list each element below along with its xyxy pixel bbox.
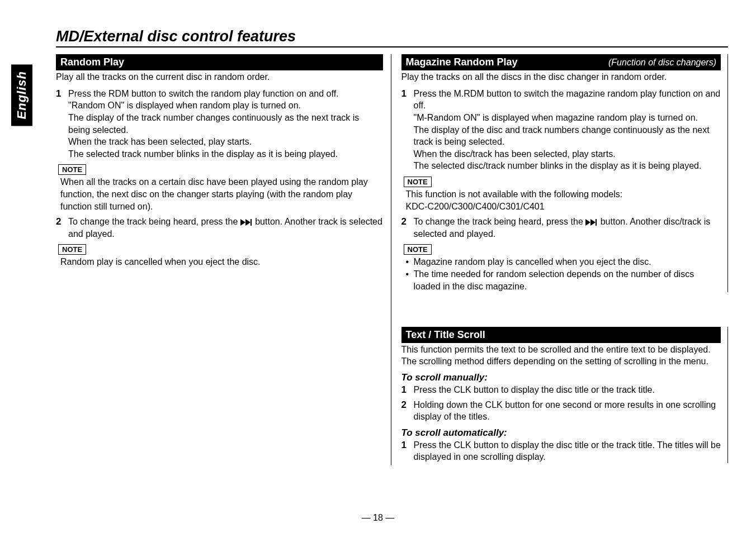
note-text: Random play is cancelled when you eject … — [60, 256, 383, 268]
text-scroll-header: Text / Title Scroll — [401, 327, 721, 343]
scroll-manually-heading: To scroll manually: — [401, 372, 721, 383]
note-label: NOTE — [404, 244, 432, 255]
step-body: To change the track being heard, press t… — [68, 216, 383, 240]
next-track-icon — [585, 219, 598, 226]
random-play-intro: Play all the tracks on the current disc … — [56, 72, 383, 83]
step-body: Press the RDM button to switch the rando… — [68, 88, 383, 160]
step-body: Press the M.RDM button to switch the mag… — [414, 88, 721, 172]
text-scroll-section: Text / Title Scroll This function permit… — [401, 327, 729, 463]
step-text-a: To change the track being heard, press t… — [68, 217, 240, 226]
svg-rect-2 — [251, 219, 252, 226]
step-body: To change the track being heard, press t… — [414, 216, 721, 240]
bullet-item: • Magazine random play is cancelled when… — [406, 256, 721, 268]
magazine-title: Magazine Random Play — [406, 56, 518, 68]
step-number: 1 — [401, 88, 414, 172]
right-column: Magazine Random Play (Function of disc c… — [401, 54, 729, 465]
random-play-title: Random Play — [60, 56, 124, 68]
auto-step-1: 1 Press the CLK button to display the di… — [401, 439, 721, 463]
language-tab: English — [11, 64, 32, 126]
note-text: This function is not available with the … — [406, 188, 721, 212]
step-number: 2 — [401, 399, 414, 423]
manual-step-1: 1 Press the CLK button to display the di… — [401, 384, 721, 397]
random-play-header: Random Play — [56, 54, 383, 70]
page-title: MD/External disc control features — [56, 28, 728, 47]
content-columns: Random Play Play all the tracks on the c… — [56, 54, 728, 465]
bullet-dot: • — [406, 256, 414, 268]
note-text: When all the tracks on a certain disc ha… — [60, 176, 383, 212]
bullet-text: Magazine random play is cancelled when y… — [414, 256, 651, 268]
random-step-2: 2 To change the track being heard, press… — [56, 216, 383, 240]
step-body: Holding down the CLK button for one seco… — [414, 399, 721, 423]
step-number: 1 — [56, 88, 68, 160]
step-body: Press the CLK button to display the disc… — [414, 384, 721, 397]
scroll-auto-heading: To scroll automatically: — [401, 427, 721, 439]
svg-rect-5 — [596, 219, 597, 226]
random-step-1: 1 Press the RDM button to switch the ran… — [56, 88, 383, 160]
note-label: NOTE — [58, 244, 86, 255]
page-number: — 18 — — [362, 513, 395, 523]
magazine-header: Magazine Random Play (Function of disc c… — [401, 54, 721, 70]
magazine-intro: Play the tracks on all the discs in the … — [401, 72, 721, 83]
magazine-step-2: 2 To change the track being heard, press… — [401, 216, 721, 240]
bullet-text: The time needed for random selection dep… — [414, 268, 721, 292]
svg-marker-3 — [585, 219, 590, 226]
bullet-dot: • — [406, 268, 414, 292]
step-number: 1 — [401, 439, 414, 463]
step-number: 2 — [401, 216, 414, 240]
magazine-subtitle: (Function of disc changers) — [608, 58, 716, 68]
bullet-item: • The time needed for random selection d… — [406, 268, 721, 292]
note-label: NOTE — [58, 164, 86, 175]
magazine-section: Magazine Random Play (Function of disc c… — [401, 54, 729, 292]
step-number: 2 — [56, 216, 68, 240]
step-number: 1 — [401, 384, 414, 397]
manual-step-2: 2 Holding down the CLK button for one se… — [401, 399, 721, 423]
svg-marker-4 — [590, 219, 596, 226]
text-scroll-intro: This function permits the text to be scr… — [401, 344, 721, 368]
svg-marker-1 — [245, 219, 251, 226]
text-scroll-title: Text / Title Scroll — [406, 329, 485, 341]
step-body: Press the CLK button to display the disc… — [414, 439, 721, 463]
next-track-icon — [240, 219, 253, 226]
svg-marker-0 — [240, 219, 245, 226]
magazine-step-1: 1 Press the M.RDM button to switch the m… — [401, 88, 721, 172]
step-text-a: To change the track being heard, press t… — [414, 217, 586, 226]
note-label: NOTE — [404, 177, 432, 187]
left-column: Random Play Play all the tracks on the c… — [56, 54, 391, 465]
note-bullets: • Magazine random play is cancelled when… — [406, 256, 721, 292]
